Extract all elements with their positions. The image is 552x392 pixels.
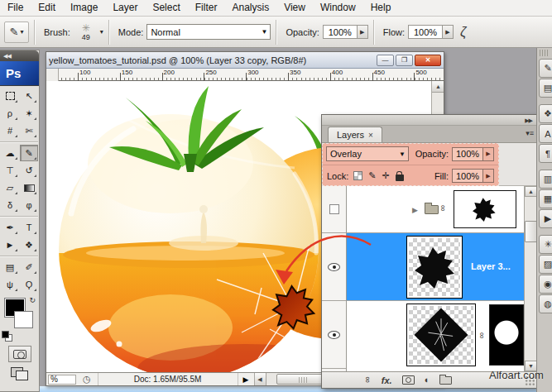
flow-spinner[interactable]: ▶ — [443, 25, 454, 39]
blur-tool[interactable]: δ — [1, 197, 19, 213]
character-panel-button[interactable]: A — [539, 124, 552, 143]
group-expand-icon[interactable]: ▶ — [412, 206, 418, 214]
lock-pixels-icon[interactable]: ✎ — [368, 170, 376, 181]
eye-icon[interactable] — [328, 263, 340, 271]
default-colors-icon[interactable] — [2, 331, 12, 340]
gradient-tool[interactable] — [20, 179, 38, 196]
menu-window[interactable]: Window — [313, 0, 363, 16]
dodge-tool[interactable]: φ — [20, 197, 38, 213]
layer-thumbnail[interactable] — [406, 304, 476, 366]
blend-mode-select[interactable]: Normal ▼ — [146, 24, 271, 40]
new-group-icon[interactable] — [439, 376, 452, 385]
info-panel-button[interactable]: ◉ — [539, 275, 552, 294]
brush-tool[interactable]: ✎ — [20, 145, 38, 161]
menu-file[interactable]: File — [0, 0, 31, 16]
opacity-spinner[interactable]: ▶ — [358, 25, 368, 39]
layer-fill-field[interactable]: 100% — [452, 169, 483, 183]
scroll-up-icon[interactable]: ▲ — [525, 186, 537, 197]
document-size-info[interactable]: Doc: 1.65M/95.5M — [98, 373, 238, 385]
airbrush-icon[interactable]: ζ — [460, 25, 466, 40]
menu-select[interactable]: Select — [145, 0, 187, 16]
panel-collapse-bar[interactable]: ▶▶ — [322, 115, 537, 126]
layer-opacity-field[interactable]: 100% — [452, 147, 483, 161]
minimize-button[interactable]: — — [377, 55, 394, 66]
custom-shape-tool[interactable]: ❖ — [20, 237, 38, 253]
close-button[interactable]: ✕ — [415, 55, 441, 66]
menu-help[interactable]: Help — [363, 0, 399, 16]
hand-tool[interactable]: ψ — [1, 276, 19, 293]
switch-colors-icon[interactable]: ↻ — [29, 296, 36, 304]
chevron-down-icon[interactable]: ▾ — [100, 28, 103, 36]
notes-tool[interactable]: ▤ — [1, 259, 19, 275]
menu-layer[interactable]: Layer — [105, 0, 145, 16]
pen-tool[interactable]: ✒ — [1, 219, 19, 236]
styles-panel-button[interactable]: ❖ — [539, 104, 552, 123]
palette-collapse-bar[interactable]: ◀◀ — [0, 50, 39, 61]
document-title-bar[interactable]: yellow_tomatoes_tutorial.psd @ 100% (Lay… — [46, 52, 444, 69]
screen-mode-button[interactable] — [8, 366, 31, 380]
magic-wand-tool[interactable]: ✶ — [20, 105, 38, 122]
layer-thumbnail[interactable] — [406, 236, 463, 299]
layer-style-icon[interactable]: fx. — [382, 375, 392, 385]
slice-tool[interactable]: ✄ — [20, 122, 38, 139]
lock-all-icon[interactable] — [396, 174, 404, 181]
opacity-field[interactable]: 100% — [323, 25, 358, 39]
history-brush-tool[interactable]: ↺ — [20, 162, 38, 179]
dock-grip[interactable] — [540, 50, 550, 56]
clone-stamp-tool[interactable]: ⊤ — [1, 162, 19, 179]
move-tool[interactable]: ↖ — [20, 88, 38, 104]
layer-comps-panel-button[interactable]: ▥ — [539, 170, 552, 189]
brushes-panel-button[interactable]: ✎ — [539, 59, 552, 78]
layer-blend-mode-select[interactable]: Overlay ▼ — [326, 146, 409, 161]
layer-mask-thumbnail[interactable] — [489, 304, 524, 366]
lasso-tool[interactable]: ρ — [1, 105, 19, 122]
tool-preset-button[interactable]: ✎▾ — [4, 22, 29, 43]
color-panel-button[interactable]: ◍ — [539, 294, 552, 313]
type-tool[interactable]: T — [20, 219, 38, 236]
group-mask-thumbnail[interactable] — [454, 190, 516, 228]
actions-panel-button[interactable]: ▶ — [539, 209, 552, 228]
link-layers-icon[interactable]: ∞ — [363, 377, 372, 384]
quick-mask-button[interactable] — [8, 346, 31, 362]
menu-view[interactable]: View — [276, 0, 313, 16]
panel-scrollbar[interactable]: ▲ ▼ — [524, 186, 537, 371]
scrollbar-thumb[interactable] — [525, 221, 537, 242]
tool-presets-panel-button[interactable]: ▦ — [539, 189, 552, 208]
path-selection-tool[interactable]: ► — [1, 237, 19, 253]
menu-image[interactable]: Image — [63, 0, 105, 16]
paragraph-panel-button[interactable]: ¶ — [539, 144, 552, 163]
flow-field[interactable]: 100% — [408, 25, 443, 39]
scroll-up-icon[interactable]: ▲ — [432, 81, 444, 93]
background-color-swatch[interactable] — [14, 311, 33, 328]
spot-healing-brush-tool[interactable]: ☁ — [1, 145, 19, 161]
maximize-button[interactable]: ❐ — [396, 55, 413, 66]
menu-analysis[interactable]: Analysis — [224, 0, 276, 16]
histogram-panel-button[interactable]: ✳ — [539, 235, 552, 254]
layer-row-selected[interactable]: Layer 3... — [347, 233, 524, 301]
menu-edit[interactable]: Edit — [31, 0, 63, 16]
tab-close-icon[interactable]: × — [368, 131, 373, 140]
layer-opacity-spinner[interactable]: ▶ — [483, 147, 494, 161]
crop-tool[interactable]: # — [1, 122, 19, 139]
layer-row[interactable]: ∞ — [347, 301, 524, 369]
visibility-toggle-empty[interactable] — [329, 204, 339, 214]
add-mask-icon[interactable] — [402, 375, 415, 385]
scroll-left-icon[interactable]: ◀ — [255, 373, 266, 385]
zoom-tool[interactable]: Ϙ — [20, 276, 38, 293]
rectangular-marquee-tool[interactable] — [1, 88, 19, 104]
eye-icon[interactable] — [328, 331, 340, 339]
lock-transparency-icon[interactable] — [353, 171, 362, 180]
menu-filter[interactable]: Filter — [188, 0, 225, 16]
zoom-level-field[interactable]: % — [48, 375, 76, 385]
panel-menu-icon[interactable]: ▾≡ — [526, 129, 534, 137]
status-popup-arrow-icon[interactable]: ▶ — [243, 375, 249, 384]
layer-group-row[interactable]: ▶ ∞ — [347, 186, 524, 233]
eraser-tool[interactable]: ▱ — [1, 179, 19, 196]
tab-layers[interactable]: Layers × — [328, 127, 382, 142]
layer-fill-spinner[interactable]: ▶ — [483, 169, 494, 183]
adjustment-layer-icon[interactable]: ◐ — [425, 375, 430, 385]
lock-position-icon[interactable]: ✛ — [382, 170, 390, 181]
clone-source-panel-button[interactable]: ▤ — [539, 79, 552, 98]
navigator-panel-button[interactable]: ▨ — [539, 255, 552, 274]
brush-preset-picker[interactable]: ✳ 49 — [74, 20, 98, 45]
